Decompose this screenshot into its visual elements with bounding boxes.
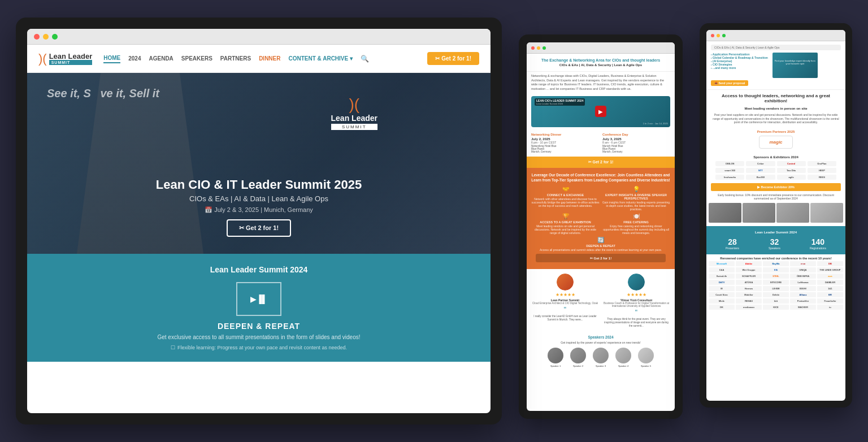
nav-home[interactable]: HOME bbox=[103, 54, 120, 63]
t1-testi-role-1: Cloud Enterprise Architect & CIO Digital… bbox=[531, 302, 599, 305]
t2-stat-registrations: 140 Registrations bbox=[810, 237, 826, 250]
t1-networking-dinner-block: Networking Dinner July 2, 2025 6 pm - 10… bbox=[531, 133, 599, 153]
t1-benefit-connect: 🤝 CONNECT & EXCHANGE Network with other … bbox=[531, 186, 600, 211]
hero-logo-bracket: )( bbox=[349, 96, 359, 113]
t2-minimize-dot[interactable] bbox=[717, 34, 720, 37]
minimize-dot[interactable] bbox=[43, 34, 49, 40]
close-dot[interactable] bbox=[34, 34, 40, 40]
company-kice: KICE bbox=[763, 305, 789, 310]
t1-avatar-img-2 bbox=[628, 274, 645, 291]
tablet1-content: The Exchange & Networking Area for CIOs … bbox=[527, 54, 675, 411]
teal-section: Lean Leader Summit 2024 ▶▐▌ DEEPEN & REP… bbox=[27, 254, 491, 362]
t1-header: The Exchange & Networking Area for CIOs … bbox=[527, 54, 675, 72]
t1-stars-2: ★★★★★ bbox=[602, 292, 670, 297]
t2-stat-speakers-num: 32 bbox=[769, 237, 780, 246]
maximize-dot[interactable] bbox=[52, 34, 58, 40]
t2-stats-title: Lean Leader Summit 2024 bbox=[711, 231, 841, 234]
t2-send-proposal: 📤 Send your proposal bbox=[711, 80, 841, 86]
t1-conference-location: Munich Hotel BlueBlue PlanetMunich, Germ… bbox=[602, 145, 670, 153]
sponsor-twodits: Two Dits bbox=[777, 168, 806, 173]
t2-sponsors-title: Sponsors & Exhibitors 2024 bbox=[711, 155, 841, 159]
t2-send-proposal-btn[interactable]: 📤 Send your proposal bbox=[711, 80, 748, 86]
t1-avatar-1 bbox=[557, 274, 574, 291]
tablet2-chrome bbox=[706, 30, 845, 41]
company-linde: THE LINDE GROUP bbox=[817, 267, 843, 272]
t1-conference-day-label: Conference Day bbox=[602, 133, 670, 136]
company-rehau: REHAU bbox=[736, 298, 762, 304]
t1-benefit-deepen-desc: Access all presentations and summit vide… bbox=[531, 248, 670, 252]
sponsor-smart360: smart 360 bbox=[715, 168, 744, 173]
company-lufthansa: Lufthansa bbox=[790, 280, 816, 285]
t1-dates-row: Networking Dinner July 2, 2025 6 pm - 10… bbox=[527, 129, 675, 157]
t1-maximize-dot[interactable] bbox=[542, 46, 546, 50]
company-wirtgruppe: Wirt Gruppe bbox=[736, 267, 762, 272]
company-bsh: B/S/H/ bbox=[790, 286, 816, 291]
company-m: M bbox=[709, 286, 735, 291]
tablet1-screen: The Exchange & Networking Area for CIOs … bbox=[527, 42, 675, 411]
sponsor-agile: agile bbox=[777, 175, 806, 180]
t2-become-exhibitor-btn[interactable]: ▶ Become Exhibitor 20% bbox=[711, 183, 841, 191]
t1-speaker-5: Speaker 5 bbox=[636, 348, 656, 367]
t2-companies-grid: Microsoft Adobe BayWa e·on DB C&A Wirt G… bbox=[706, 261, 845, 310]
t2-premium-section: Premium Partners 2025 magic bbox=[706, 128, 845, 155]
t1-minimize-dot[interactable] bbox=[537, 46, 540, 50]
t1-header-sub: CIOs & EAs | AI, Data & Security | Lean … bbox=[531, 63, 670, 67]
t2-booking-text: Early booking bonus: 10% discount and im… bbox=[706, 193, 845, 203]
company-fraunhofer: Fraunhofer bbox=[817, 298, 843, 304]
company-uniqa: UNIQA bbox=[790, 267, 816, 272]
logo: )( Lean Leader SUMMIT bbox=[38, 51, 92, 66]
hero-title: Lean CIO & IT Leader Summit 2025 bbox=[156, 177, 362, 192]
company-bitt: bitt bbox=[763, 298, 789, 304]
company-mediaman: mediaman bbox=[736, 305, 762, 310]
nav-content-archive[interactable]: CONTENT & ARCHIVE ▾ bbox=[288, 54, 353, 63]
tablet2-screen: CIOs & EAs | AI, Data & Security | Lean … bbox=[706, 30, 845, 401]
deepen-title: DEEPEN & REPEAT bbox=[38, 322, 479, 331]
company-atuvai: ATÜVIA bbox=[736, 280, 762, 285]
t1-speakers-section: Speakers 2024 Get inspired by the power … bbox=[527, 332, 675, 371]
t2-maximize-dot[interactable] bbox=[722, 34, 726, 37]
t2-stat-presenters-label: Presenters bbox=[726, 246, 739, 250]
t1-play-button[interactable]: ▶ bbox=[595, 106, 606, 117]
t2-stat-presenters: 28 Presenters bbox=[726, 237, 739, 250]
t1-benefit-connect-title: CONNECT & EXCHANGE bbox=[531, 193, 600, 197]
company-obb: ÖBB INFRA bbox=[790, 274, 816, 279]
t2-stat-registrations-label: Registrations bbox=[810, 246, 826, 250]
connect-icon: 🤝 bbox=[531, 186, 600, 192]
t1-cta-bar1[interactable]: ✂ Get 2 for 1! bbox=[527, 157, 675, 168]
t1-testi-text-1: I really consider the Lean42 GmbH own as… bbox=[531, 315, 599, 322]
nav-speakers[interactable]: SPEAKERS bbox=[181, 54, 212, 63]
company-daimler: DAIMLER bbox=[817, 280, 843, 285]
t2-sponsors-section: Sponsors & Exhibitors 2024 OBILON Critiz… bbox=[706, 155, 845, 180]
t1-speaker-name-3: Speaker 3 bbox=[591, 365, 611, 367]
website-content: )( Lean Leader SUMMIT HOME 2024 AGENDA S… bbox=[27, 45, 491, 413]
t1-speakers-sub: Get inspired by the power of experts' ex… bbox=[531, 341, 670, 344]
laptop-device: )( Lean Leader SUMMIT HOME 2024 AGENDA S… bbox=[16, 18, 502, 424]
nav-cta-button[interactable]: ✂ Get 2 for 1! bbox=[427, 52, 479, 65]
t1-speaker-avatar-4 bbox=[615, 348, 631, 363]
t1-speakers-title: Speakers 2024 bbox=[531, 335, 670, 339]
search-icon[interactable]: 🔍 bbox=[361, 55, 369, 63]
company-lbbw: LB·BW bbox=[763, 286, 789, 291]
hero-cta-button[interactable]: ✂ Get 2 for 1! bbox=[227, 219, 291, 237]
nav-2024[interactable]: 2024 bbox=[128, 54, 141, 63]
t2-close-dot[interactable] bbox=[711, 34, 714, 37]
main-scene: )( Lean Leader SUMMIT HOME 2024 AGENDA S… bbox=[0, 0, 868, 442]
t1-intro-text: Networking & exchange ideas with CIOs, D… bbox=[527, 72, 675, 94]
hero-tagline: See it, S ve it, Sell it bbox=[47, 87, 159, 100]
t1-close-dot[interactable] bbox=[531, 46, 535, 50]
t2-header-image: Find your knowledge expert directly from… bbox=[772, 53, 818, 78]
t1-speakers-row: Speaker 1 Speaker 2 Speaker 3 Speak bbox=[531, 348, 670, 367]
sponsor-control: Control bbox=[777, 161, 806, 166]
nav-partners[interactable]: PARTNERS bbox=[220, 54, 251, 63]
nav-agenda[interactable]: AGENDA bbox=[149, 54, 173, 63]
t1-networking-location: Networking Hotel BlueBlue PlanetMunich, … bbox=[531, 145, 599, 153]
t2-premium-title: Premium Partners 2025 bbox=[711, 130, 841, 133]
t1-cta-bar2[interactable]: ✂ Get 2 for 1! bbox=[536, 254, 666, 262]
t2-stat-speakers: 32 Speakers bbox=[769, 237, 780, 250]
t1-stars-1: ★★★★★ bbox=[531, 292, 599, 297]
t1-video-thumbnail: LEAN CIO's LEADER SUMMIT 2024 Lean Leade… bbox=[531, 96, 670, 127]
t1-networking-dinner-time: 6 pm - 10 pm CEST bbox=[531, 141, 599, 144]
flexible-learning-text: ☐ Flexible learning: Progress at your ow… bbox=[38, 345, 479, 350]
t2-photo-4 bbox=[810, 203, 843, 223]
nav-dinner[interactable]: DINNER bbox=[259, 54, 280, 63]
